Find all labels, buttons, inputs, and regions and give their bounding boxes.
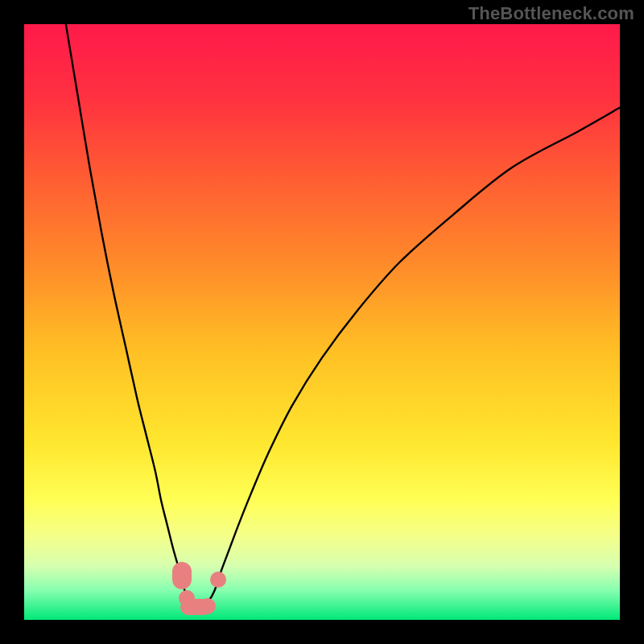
data-marker xyxy=(200,598,216,614)
data-marker xyxy=(172,562,192,589)
data-marker xyxy=(210,572,226,588)
bottleneck-curve xyxy=(24,24,620,620)
watermark-text: TheBottleneck.com xyxy=(469,3,634,24)
plot-area xyxy=(24,24,620,620)
chart-frame: TheBottleneck.com xyxy=(0,0,644,644)
